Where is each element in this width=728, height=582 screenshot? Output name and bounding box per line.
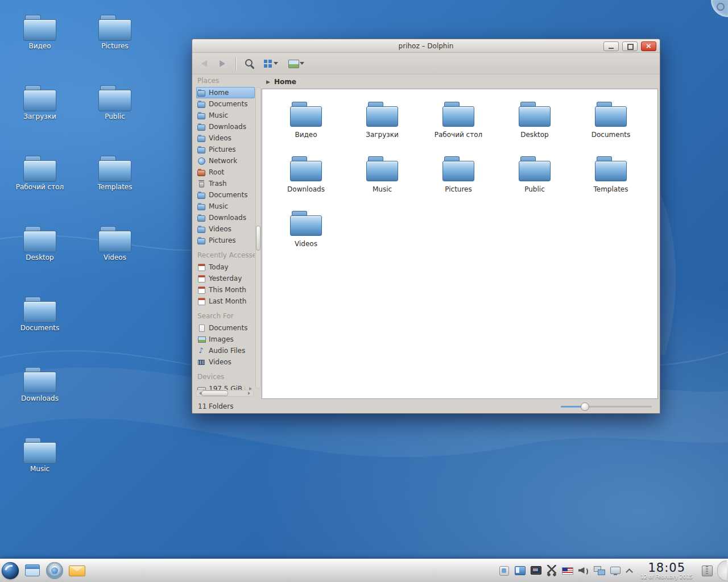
network-icon[interactable] [593, 564, 606, 577]
folder-item[interactable]: Public [497, 156, 573, 211]
folder-icon [23, 438, 56, 464]
desktop-folder-label: Documents [11, 325, 68, 332]
maximize-button[interactable] [622, 41, 638, 51]
folder-item[interactable]: Music [344, 156, 420, 211]
show-desktop-icon[interactable] [24, 562, 41, 579]
keyboard-flag-icon[interactable] [561, 564, 574, 577]
sidebar-item[interactable]: Documents [196, 98, 255, 110]
zoom-slider[interactable] [561, 402, 652, 411]
sidebar-item[interactable]: Documents [196, 322, 255, 334]
sidebar-item[interactable]: Network [196, 155, 255, 167]
folder-item[interactable]: Видео [268, 102, 344, 156]
sidebar-item[interactable]: Music [196, 201, 255, 212]
folder-item[interactable]: Desktop [497, 102, 573, 156]
slider-knob[interactable] [581, 402, 589, 411]
breadcrumb[interactable]: ▶ Home [262, 74, 658, 89]
sidebar-item[interactable]: Videos [196, 356, 255, 368]
folder-item[interactable]: Videos [268, 211, 344, 265]
forward-icon[interactable] [215, 56, 230, 71]
sidebar-vertical-scrollbar[interactable] [255, 87, 261, 389]
desktop-folder[interactable]: Рабочий стол [11, 156, 68, 192]
volume-icon[interactable] [577, 564, 590, 577]
view-mode-icon[interactable] [262, 56, 279, 71]
sidebar-item[interactable]: Root [196, 167, 255, 178]
system-tray [497, 564, 634, 577]
clock-time: 18:05 [648, 562, 685, 574]
folder-icon [23, 85, 56, 111]
folder-item[interactable]: Загрузки [344, 102, 420, 156]
sidebar-item-label: Yesterday [209, 275, 242, 282]
sidebar-item[interactable]: Pictures [196, 235, 255, 246]
plasma-toolbox-icon[interactable] [711, 0, 728, 17]
clock[interactable]: 18:05 12 of February 2015 [641, 562, 693, 580]
close-button[interactable] [641, 41, 656, 51]
folder-icon [98, 15, 131, 41]
device-notifier-icon[interactable] [497, 564, 511, 577]
desktop-folder[interactable]: Downloads [11, 367, 68, 403]
folder-item[interactable]: Рабочий стол [420, 102, 497, 156]
desktop-folder-label: Videos [86, 254, 143, 262]
desktop-folder[interactable]: Music [11, 438, 68, 473]
desktop-folder[interactable]: Public [86, 85, 143, 121]
minimize-button[interactable] [603, 41, 619, 51]
sidebar-item[interactable]: Videos [196, 132, 255, 144]
browser-icon[interactable] [46, 562, 63, 579]
klipper-icon[interactable] [545, 564, 559, 577]
folder-item[interactable]: Pictures [420, 156, 497, 211]
pager-icon[interactable] [513, 564, 527, 577]
preview-icon[interactable] [287, 56, 305, 71]
sidebar-item[interactable]: Audio Files [196, 345, 255, 356]
sidebar-item[interactable]: This Month [196, 284, 255, 296]
sidebar-horizontal-scrollbar[interactable] [196, 390, 254, 397]
desktop-folder[interactable]: Загрузки [11, 85, 68, 121]
archive-icon[interactable] [700, 564, 714, 577]
sidebar-item[interactable]: Trash [196, 178, 255, 189]
mail-icon[interactable] [68, 562, 85, 579]
folder-icon [290, 156, 322, 181]
screen-icon[interactable] [609, 564, 622, 577]
sidebar-item[interactable]: Pictures [196, 144, 255, 155]
scroll-left-arrow-icon[interactable] [197, 392, 201, 395]
sidebar-item[interactable]: Today [196, 261, 255, 273]
sidebar-item[interactable]: Downloads [196, 212, 255, 223]
sidebar-item[interactable]: Home [196, 87, 255, 98]
sidebar-item[interactable]: Videos [196, 223, 255, 235]
titlebar[interactable]: prihoz – Dolphin [192, 39, 660, 53]
folder-icon [98, 156, 131, 182]
scroll-right-arrow-icon[interactable] [248, 392, 252, 395]
folder-view[interactable]: ВидеоЗагрузкиРабочий столDesktopDocument… [262, 89, 658, 399]
desktop-folder[interactable]: Templates [86, 156, 143, 192]
folder-item[interactable]: Documents [573, 102, 649, 156]
video-icon [197, 359, 206, 366]
folder-icon [197, 123, 206, 131]
back-icon[interactable] [198, 56, 213, 71]
panel-toolbox-icon[interactable] [717, 560, 727, 581]
sidebar-item[interactable]: Documents [196, 189, 255, 201]
root-icon [197, 169, 206, 176]
desktop-folder[interactable]: Videos [86, 226, 143, 262]
sidebar-item[interactable]: Downloads [196, 121, 255, 132]
scrollbar-thumb[interactable] [201, 390, 228, 396]
breadcrumb-home[interactable]: Home [274, 78, 296, 86]
sidebar-item[interactable]: Images [196, 334, 255, 345]
sidebar-item[interactable]: Music [196, 110, 255, 121]
sidebar-item-label: Documents [209, 191, 247, 199]
sidebar-section-title: Places [197, 77, 255, 85]
search-icon[interactable] [242, 56, 257, 71]
sidebar-item[interactable]: Last Month [196, 296, 255, 307]
folder-item[interactable]: Templates [573, 156, 649, 211]
sidebar-item[interactable]: Yesterday [196, 273, 255, 284]
breadcrumb-arrow-icon: ▶ [266, 79, 270, 85]
sidebar-item-label: Last Month [209, 297, 246, 305]
desktop-folder[interactable]: Видео [11, 15, 68, 51]
desktop-folder[interactable]: Desktop [11, 226, 68, 262]
scrollbar-thumb[interactable] [256, 226, 260, 251]
expand-icon[interactable] [624, 564, 634, 577]
desktop-folder[interactable]: Pictures [86, 15, 143, 51]
desktop-folder[interactable]: Documents [11, 297, 68, 332]
folder-icon [23, 156, 56, 182]
kickoff-icon[interactable] [2, 562, 19, 579]
display-icon[interactable] [529, 564, 543, 577]
toolbar [192, 53, 660, 74]
folder-item[interactable]: Downloads [268, 156, 344, 211]
